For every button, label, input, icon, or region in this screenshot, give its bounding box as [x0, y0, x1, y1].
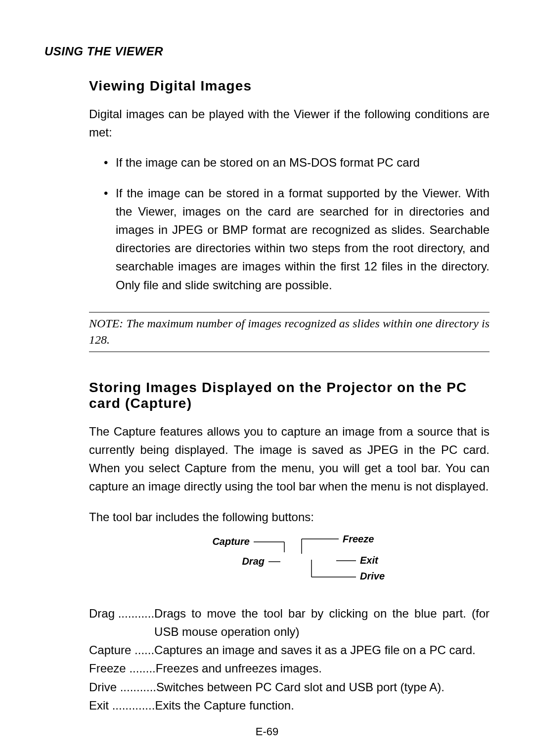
def-row-exit: Exit ............. Exits the Capture fun… [89, 696, 490, 714]
def-row-freeze: Freeze ........ Freezes and unfreezes im… [89, 659, 490, 677]
def-desc: Drags to move the tool bar by clicking o… [154, 604, 490, 641]
def-term: Capture ...... [89, 641, 154, 659]
heading-viewing: Viewing Digital Images [89, 78, 490, 94]
diagram-label-freeze: Freeze [343, 535, 374, 544]
page-content: Viewing Digital Images Digital images ca… [44, 78, 490, 714]
diagram-label-capture: Capture [212, 536, 250, 547]
capture-paragraph: The Capture features allows you to captu… [89, 422, 490, 496]
page-number: E-69 [0, 725, 534, 738]
list-item: If the image can be stored in a format s… [104, 184, 490, 294]
page-header: USING THE VIEWER [44, 44, 490, 58]
toolbar-intro: The tool bar includes the following butt… [89, 508, 490, 526]
toolbar-diagram: Capture Drag Freeze Exit Drive [89, 535, 490, 589]
heading-storing: Storing Images Displayed on the Projecto… [89, 380, 490, 411]
def-desc: Exits the Capture function. [155, 696, 490, 714]
note-block: NOTE: The maximum number of images recog… [89, 312, 490, 352]
def-desc: Captures an image and saves it as a JPEG… [154, 641, 490, 659]
def-term: Exit ............. [89, 696, 155, 714]
def-term: Drive ........... [89, 678, 156, 696]
def-row-drag: Drag ........... Drags to move the tool … [89, 604, 490, 641]
def-row-drive: Drive ........... Switches between PC Ca… [89, 678, 490, 696]
def-term: Drag ........... [89, 604, 154, 623]
diagram-label-exit: Exit [360, 555, 379, 566]
list-item: If the image can be stored on an MS-DOS … [104, 153, 490, 172]
def-term: Freeze ........ [89, 659, 156, 677]
def-desc: Freezes and unfreezes images. [156, 659, 490, 677]
diagram-label-drive: Drive [360, 571, 385, 581]
diagram-svg: Capture Drag Freeze Exit Drive [166, 535, 413, 589]
def-row-capture: Capture ...... Captures an image and sav… [89, 641, 490, 659]
diagram-label-drag: Drag [242, 556, 265, 567]
bullet-list: If the image can be stored on an MS-DOS … [89, 153, 490, 294]
intro-text: Digital images can be played with the Vi… [89, 105, 490, 141]
definition-list: Drag ........... Drags to move the tool … [89, 604, 490, 714]
def-desc: Switches between PC Card slot and USB po… [156, 678, 490, 696]
